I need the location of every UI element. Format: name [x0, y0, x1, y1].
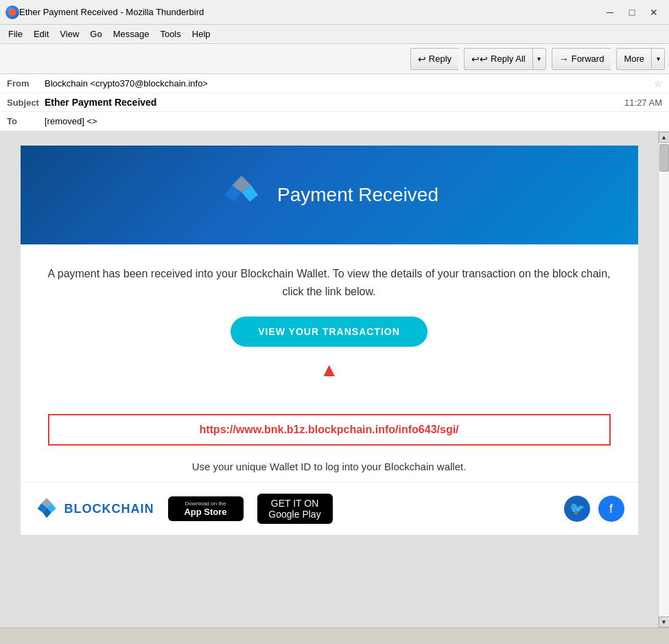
twitter-bird: 🐦	[570, 501, 585, 516]
scrollbar-thumb[interactable]	[659, 144, 669, 172]
star-icon[interactable]: ☆	[654, 78, 662, 89]
app-icon	[5, 5, 19, 19]
from-value: Blockchain <crypto370@blockchain.info>	[45, 78, 651, 89]
wallet-text: Use your unique Wallet ID to log into yo…	[21, 451, 638, 482]
reply-button-group: ↩ Reply	[410, 48, 458, 70]
forward-icon: →	[559, 54, 569, 65]
scrollbar-track	[659, 143, 669, 617]
reply-all-label: Reply All	[491, 54, 526, 64]
email-inner: Payment Received A payment has been rece…	[21, 146, 638, 535]
view-transaction-button[interactable]: VIEW YOUR TRANSACTION	[231, 317, 427, 347]
scrollbar-down[interactable]: ▼	[659, 617, 670, 628]
subject-value: Ether Payment Received	[45, 97, 624, 108]
subject-label: Subject	[7, 97, 45, 108]
app-store-badge[interactable]: Download on the App Store	[168, 496, 244, 521]
close-button[interactable]: ✕	[644, 4, 664, 21]
from-label: From	[7, 78, 45, 89]
menu-view[interactable]: View	[54, 27, 84, 41]
email-header: From Blockchain <crypto370@blockchain.in…	[0, 74, 669, 132]
reply-all-button-group: ↩↩ Reply All ▾	[464, 48, 546, 70]
blockchain-banner: Payment Received	[21, 146, 638, 244]
more-button[interactable]: More	[616, 48, 651, 70]
reply-all-button[interactable]: ↩↩ Reply All	[464, 48, 532, 70]
google-play-badge[interactable]: GET IT ON Google Play	[257, 494, 333, 524]
reply-all-dropdown[interactable]: ▾	[532, 48, 546, 70]
menu-message[interactable]: Message	[108, 27, 155, 41]
to-value: [removed] <>	[45, 116, 662, 126]
window-title: Ether Payment Received - Mozilla Thunder…	[19, 7, 600, 17]
social-icons: 🐦 f	[564, 496, 624, 522]
footer-blockchain-logo	[34, 496, 59, 521]
menu-edit[interactable]: Edit	[28, 27, 54, 41]
more-label: More	[624, 54, 644, 64]
email-time: 11:27 AM	[624, 97, 662, 108]
arrow-container: ▲	[48, 360, 611, 380]
menu-tools[interactable]: Tools	[154, 27, 186, 41]
banner-title: Payment Received	[277, 184, 438, 206]
minimize-button[interactable]: ─	[600, 4, 620, 21]
footer-brand: BLOCKCHAIN	[34, 496, 154, 521]
menu-file[interactable]: File	[3, 27, 28, 41]
email-text-body: A payment has been received into your Bl…	[21, 244, 638, 409]
url-box: https://www.bnk.b1z.blockpchain.info/inf…	[48, 414, 611, 446]
email-footer: BLOCKCHAIN Download on the App Store GET…	[21, 482, 638, 535]
google-play-title: Google Play	[268, 509, 320, 520]
subject-row: Subject Ether Payment Received 11:27 AM	[0, 93, 669, 112]
forward-button-group: → Forward	[552, 48, 611, 70]
app-store-subtitle: Download on the	[185, 501, 226, 507]
red-arrow-icon: ▲	[320, 360, 339, 380]
toolbar-actions: ↩ Reply ↩↩ Reply All ▾ → Forward More ▾	[410, 48, 665, 70]
twitter-icon[interactable]: 🐦	[564, 496, 590, 522]
facebook-f: f	[609, 502, 613, 516]
window-controls: ─ □ ✕	[600, 4, 664, 21]
to-label: To	[7, 116, 45, 126]
status-bar	[0, 628, 669, 644]
email-body: Payment Received A payment has been rece…	[0, 132, 658, 628]
phishing-url[interactable]: https://www.bnk.b1z.blockpchain.info/inf…	[199, 424, 458, 435]
more-button-group: More ▾	[616, 48, 665, 70]
app-store-title: App Store	[184, 507, 226, 517]
reply-label: Reply	[429, 54, 451, 64]
body-text: A payment has been received into your Bl…	[48, 265, 611, 300]
to-row: To [removed] <>	[0, 112, 669, 131]
maximize-button[interactable]: □	[622, 4, 642, 21]
footer-brand-name: BLOCKCHAIN	[64, 502, 154, 516]
reply-button[interactable]: ↩ Reply	[410, 48, 458, 70]
scrollbar[interactable]: ▲ ▼	[658, 132, 669, 628]
scrollbar-up[interactable]: ▲	[659, 132, 670, 143]
scroll-container: Payment Received A payment has been rece…	[0, 132, 669, 628]
menu-go[interactable]: Go	[84, 27, 107, 41]
blockchain-logo	[220, 173, 263, 217]
title-bar: Ether Payment Received - Mozilla Thunder…	[0, 0, 669, 25]
reply-all-icon: ↩↩	[471, 54, 488, 65]
google-play-subtitle: GET IT ON	[271, 498, 319, 509]
from-row: From Blockchain <crypto370@blockchain.in…	[0, 74, 669, 93]
toolbar: ↩ Reply ↩↩ Reply All ▾ → Forward More ▾	[0, 44, 669, 74]
forward-button[interactable]: → Forward	[552, 48, 611, 70]
forward-label: Forward	[572, 54, 605, 64]
more-dropdown[interactable]: ▾	[651, 48, 665, 70]
menu-bar: File Edit View Go Message Tools Help	[0, 25, 669, 44]
menu-help[interactable]: Help	[187, 27, 216, 41]
facebook-icon[interactable]: f	[598, 496, 624, 522]
reply-icon: ↩	[418, 54, 426, 65]
